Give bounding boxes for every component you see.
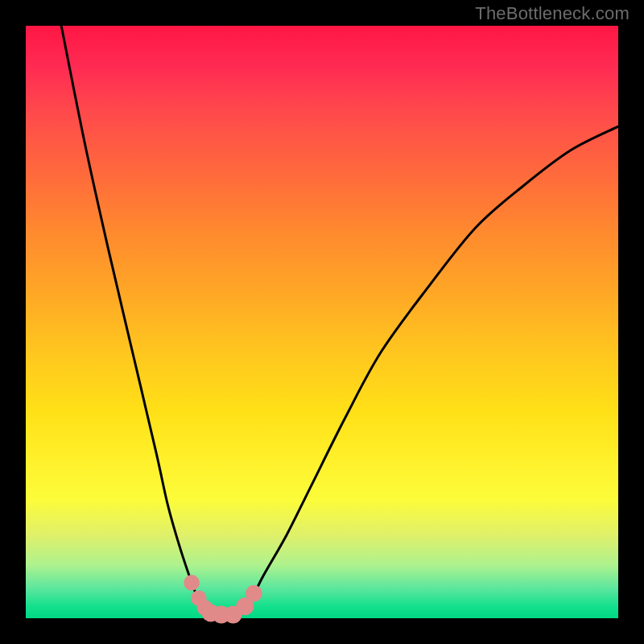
valley-marker bbox=[246, 585, 262, 602]
chart-frame: TheBottleneck.com bbox=[0, 0, 644, 644]
valley-marker bbox=[184, 575, 200, 591]
left-branch-curve bbox=[61, 26, 215, 615]
watermark-text: TheBottleneck.com bbox=[475, 3, 630, 24]
curves-svg bbox=[26, 26, 618, 618]
right-branch-curve bbox=[239, 126, 618, 615]
valley-markers bbox=[184, 575, 262, 624]
plot-area bbox=[26, 26, 618, 618]
